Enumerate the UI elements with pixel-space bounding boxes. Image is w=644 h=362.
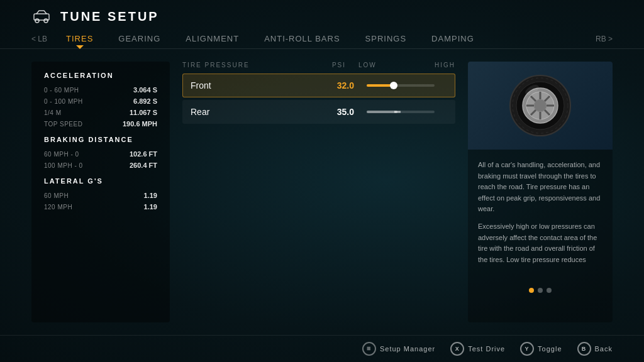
front-slider[interactable]: [354, 84, 447, 87]
stat-label: 0 - 60 MPH: [44, 87, 79, 94]
page-dots: [468, 282, 613, 297]
rb-button[interactable]: RB >: [596, 35, 613, 43]
svg-point-2: [44, 19, 48, 23]
stat-row: 120 MPH 1.19: [44, 201, 157, 212]
stats-panel: ACCELERATION 0 - 60 MPH 3.064 S 0 - 100 …: [31, 62, 170, 322]
stat-label: 100 MPH - 0: [44, 162, 83, 169]
toggle-button[interactable]: Y: [520, 342, 534, 356]
stat-row: 0 - 60 MPH 3.064 S: [44, 84, 157, 96]
tab-damping[interactable]: Damping: [419, 29, 487, 48]
stat-label: 120 MPH: [44, 204, 72, 211]
stat-row: 100 MPH - 0 260.4 FT: [44, 160, 157, 171]
tire-image-area: [468, 62, 613, 150]
dot-2[interactable]: [538, 288, 543, 293]
tab-tires[interactable]: Tires: [53, 29, 106, 48]
tire-name-rear: Rear: [191, 107, 316, 117]
stat-value: 6.892 S: [133, 97, 157, 105]
stat-row: 1/4 M 11.067 S: [44, 107, 157, 118]
stat-value: 190.6 MPH: [123, 120, 157, 128]
tire-name-front: Front: [191, 80, 316, 90]
stat-row: Top speed 190.6 MPH: [44, 118, 157, 129]
tire-image: [506, 71, 575, 140]
stat-value: 1.19: [144, 203, 157, 211]
stat-label: 60 MPH - 0: [44, 151, 79, 158]
stat-label: 1/4 M: [44, 109, 62, 116]
stat-value: 1.19: [144, 192, 157, 199]
back-action[interactable]: B Back: [577, 342, 613, 356]
tab-gearing[interactable]: Gearing: [106, 29, 173, 48]
rear-slider[interactable]: [354, 111, 447, 113]
stat-label: 0 - 100 MPH: [44, 98, 83, 105]
stat-label: Top speed: [44, 121, 82, 128]
stat-value: 260.4 FT: [130, 162, 157, 169]
test-drive-action[interactable]: X Test Drive: [450, 342, 505, 356]
back-label: Back: [595, 345, 613, 353]
col-high-header: HIGH: [435, 62, 455, 69]
stat-value: 3.064 S: [133, 86, 157, 94]
back-button[interactable]: B: [577, 342, 591, 356]
info-text-area: All of a car's handling, acceleration, a…: [468, 150, 613, 282]
tire-psi-front: 32.0: [316, 80, 354, 90]
test-drive-label: Test Drive: [468, 345, 505, 353]
header: TUNE SETUP: [0, 0, 644, 29]
tire-row-front[interactable]: Front 32.0: [182, 74, 455, 97]
lateral-title: LATERAL G'S: [44, 177, 157, 185]
tire-panel: TIRE PRESSURE PSI LOW HIGH Front 32.0: [182, 62, 455, 322]
tire-pressure-header: TIRE PRESSURE PSI LOW HIGH: [182, 62, 455, 74]
main-area: ACCELERATION 0 - 60 MPH 3.064 S 0 - 100 …: [0, 49, 644, 335]
slider-track-front: [367, 84, 435, 87]
dot-3[interactable]: [547, 288, 552, 293]
slider-thumb-front[interactable]: [390, 82, 397, 89]
nav-tabs: < LB Tires Gearing Alignment Anti-roll b…: [0, 29, 644, 49]
stat-label: 60 MPH: [44, 192, 69, 199]
col-low-header: LOW: [358, 62, 377, 69]
info-description-2: Excessively high or low pressures can ad…: [478, 221, 602, 265]
tire-psi-rear: 35.0: [316, 107, 354, 117]
lb-button[interactable]: < LB: [31, 35, 47, 43]
setup-manager-label: Setup Manager: [380, 345, 435, 353]
slider-fill-rear: [367, 111, 397, 113]
svg-point-1: [35, 19, 39, 23]
col-psi-header: PSI: [308, 62, 346, 69]
stat-value: 102.6 FT: [130, 150, 157, 158]
braking-title: BRAKING DISTANCE: [44, 136, 157, 143]
stat-value: 11.067 S: [130, 109, 157, 116]
tab-alignment[interactable]: Alignment: [173, 29, 252, 48]
setup-manager-action[interactable]: ☰ Setup Manager: [362, 342, 435, 356]
stat-row: 60 MPH 1.19: [44, 190, 157, 201]
bottom-bar: ☰ Setup Manager X Test Drive Y Toggle B …: [0, 335, 644, 362]
stat-row: 60 MPH - 0 102.6 FT: [44, 148, 157, 160]
main-content: TUNE SETUP < LB Tires Gearing Alignment …: [0, 0, 644, 362]
toggle-label: Toggle: [538, 345, 562, 353]
stat-row: 0 - 100 MPH 6.892 S: [44, 96, 157, 107]
info-description-1: All of a car's handling, acceleration, a…: [478, 160, 602, 215]
test-drive-button[interactable]: X: [450, 342, 464, 356]
page-title: TUNE SETUP: [60, 9, 159, 24]
toggle-action[interactable]: Y Toggle: [520, 342, 562, 356]
tire-row-rear[interactable]: Rear 35.0: [182, 100, 455, 124]
acceleration-title: ACCELERATION: [44, 72, 157, 79]
tab-springs[interactable]: Springs: [353, 29, 419, 48]
dot-1[interactable]: [529, 288, 534, 293]
slider-track-rear: [367, 111, 435, 113]
car-icon: [31, 9, 52, 24]
tab-anti-roll[interactable]: Anti-roll bars: [252, 29, 352, 48]
setup-manager-button[interactable]: ☰: [362, 342, 376, 356]
section-label: TIRE PRESSURE: [182, 62, 308, 69]
slider-thumb-rear: [394, 111, 401, 113]
info-panel: All of a car's handling, acceleration, a…: [468, 62, 613, 322]
